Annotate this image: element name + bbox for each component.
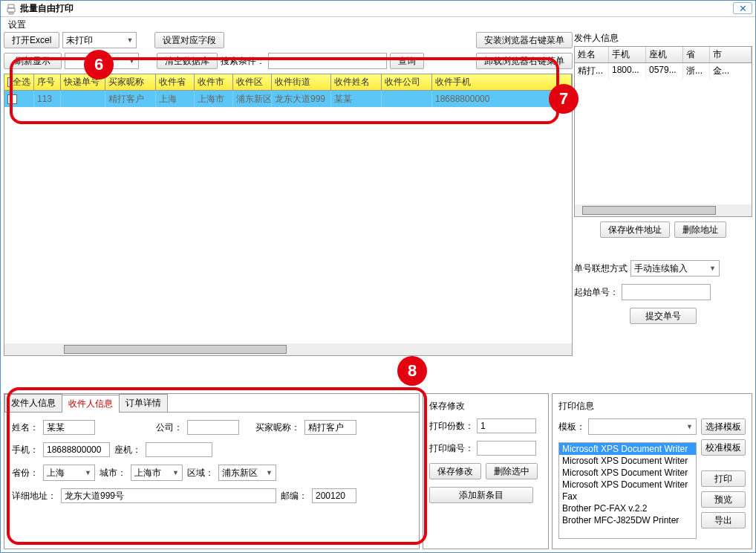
annotation-callout-8: 8 — [397, 356, 427, 386]
preview-button[interactable]: 预览 — [701, 491, 746, 508]
printer-item[interactable]: Microsoft XPS Document Writer — [559, 479, 696, 491]
select-all-checkbox[interactable] — [7, 77, 11, 87]
tab-order[interactable]: 订单详情 — [119, 394, 168, 412]
printer-list[interactable]: Microsoft XPS Document Writer Microsoft … — [558, 442, 697, 539]
table-row[interactable]: 113 精打客户 上海 上海市 浦东新区 龙东大道999 某某 18688800… — [4, 91, 572, 107]
prov-select[interactable]: 上海 — [43, 465, 95, 481]
print-no-input[interactable] — [477, 441, 536, 456]
refresh-button[interactable]: 刷新显示 — [4, 53, 62, 69]
save-addr-button[interactable]: 保存收件地址 — [600, 221, 670, 238]
save-panel-title: 保存修改 — [429, 400, 542, 413]
start-no-label: 起始单号： — [574, 286, 619, 299]
assoc-label: 单号联想方式 — [574, 262, 628, 275]
del-addr-button[interactable]: 删除地址 — [674, 221, 726, 238]
printer-item[interactable]: Brother MFC-J825DW Printer — [559, 514, 696, 526]
assoc-select[interactable]: 手动连续输入 — [630, 260, 720, 276]
export-button[interactable]: 导出 — [701, 512, 746, 528]
choose-tpl-button[interactable]: 选择模板 — [701, 418, 746, 435]
menubar: 设置 — [1, 17, 755, 32]
search-input[interactable] — [268, 53, 387, 69]
calib-tpl-button[interactable]: 校准模板 — [701, 439, 746, 456]
app-icon — [5, 3, 17, 15]
annotation-callout-6: 6 — [84, 50, 114, 80]
main-table: 全选 序号 快递单号 买家昵称 收件省 收件市 收件区 收件街道 收件姓名 收件… — [4, 74, 573, 356]
zip-input[interactable]: 200120 — [312, 488, 356, 503]
city-select[interactable]: 上海市 — [131, 465, 183, 481]
set-fields-button[interactable]: 设置对应字段 — [154, 32, 224, 48]
addr-input[interactable]: 龙东大道999号 — [61, 488, 276, 503]
annotation-callout-7: 7 — [549, 84, 579, 114]
name-input[interactable]: 某某 — [43, 420, 95, 435]
print-panel-title: 打印信息 — [558, 400, 746, 413]
nick-input[interactable]: 精打客户 — [304, 420, 356, 435]
clear-db-button[interactable]: 清空数据库 — [157, 53, 218, 69]
open-excel-button[interactable]: 打开Excel — [4, 32, 59, 48]
tab-sender[interactable]: 发件人信息 — [4, 394, 62, 412]
tel-input[interactable] — [146, 442, 212, 457]
uninstall-menu-button[interactable]: 卸载浏览器右键菜单 — [476, 53, 573, 69]
printer-item[interactable]: Fax — [559, 491, 696, 502]
print-button[interactable]: 打印 — [701, 470, 746, 487]
sender-info-title: 发件人信息 — [574, 32, 752, 45]
company-input[interactable] — [187, 420, 239, 435]
search-label: 搜索条件： — [221, 55, 265, 68]
submit-no-button[interactable]: 提交单号 — [630, 308, 697, 324]
window-title: 批量自由打印 — [20, 2, 74, 15]
printer-item[interactable]: Microsoft XPS Document Writer — [559, 467, 696, 479]
printer-item[interactable]: Brother PC-FAX v.2.2 — [559, 502, 696, 514]
titlebar: 批量自由打印 ✕ — [1, 1, 755, 17]
tab-recipient[interactable]: 收件人信息 — [62, 395, 120, 413]
dist-select[interactable]: 浦东新区 — [218, 465, 276, 481]
h-scrollbar[interactable] — [4, 343, 572, 355]
save-button[interactable]: 保存修改 — [429, 463, 481, 479]
add-entry-button[interactable]: 添加新条目 — [429, 487, 533, 503]
sender-row[interactable]: 精打... 1800... 0579... 浙... 金... — [575, 63, 752, 80]
row-checkbox[interactable] — [7, 94, 17, 104]
copies-input[interactable]: 1 — [477, 418, 536, 433]
printer-item[interactable]: Microsoft XPS Document Writer — [559, 455, 696, 467]
start-no-input[interactable] — [622, 284, 711, 300]
printer-item[interactable]: Microsoft XPS Document Writer — [559, 443, 696, 455]
menu-settings[interactable]: 设置 — [5, 17, 29, 33]
tpl-select[interactable] — [588, 418, 697, 435]
sender-table: 姓名 手机 座机 省 市 精打... 1800... 0579... 浙... … — [574, 46, 752, 217]
mobile-input[interactable]: 18688800000 — [43, 442, 110, 457]
install-menu-button[interactable]: 安装浏览器右键菜单 — [476, 32, 573, 48]
del-sel-button[interactable]: 删除选中 — [486, 463, 538, 479]
unprinted-select[interactable]: 未打印 — [62, 32, 137, 48]
close-button[interactable]: ✕ — [733, 2, 752, 14]
query-button[interactable]: 查询 — [390, 53, 424, 69]
